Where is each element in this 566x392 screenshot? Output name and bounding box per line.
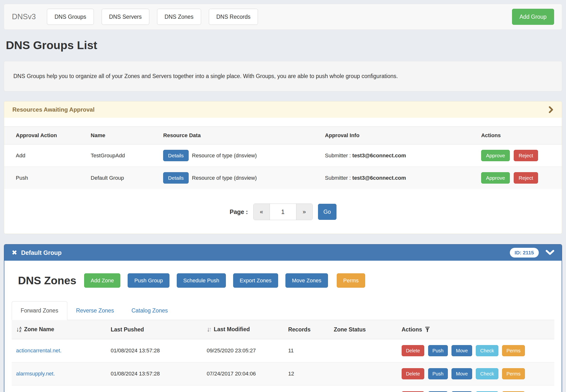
export-zones-button[interactable]: Export Zones bbox=[233, 273, 278, 288]
col-name: Name bbox=[88, 127, 160, 144]
perms-button[interactable]: Perms bbox=[337, 273, 365, 288]
zone-status-value bbox=[331, 385, 399, 392]
submitter-label: Submitter : bbox=[325, 175, 351, 181]
page-number-input[interactable] bbox=[270, 204, 296, 220]
push-button[interactable]: Push bbox=[428, 368, 448, 379]
col-zone-actions: Actions bbox=[402, 326, 422, 333]
col-last-pushed[interactable]: Last Pushed bbox=[108, 320, 204, 339]
col-last-modified[interactable]: Last Modified bbox=[214, 326, 250, 333]
approve-button[interactable]: Approve bbox=[481, 150, 510, 161]
approval-row: Push Default Group Details Resource of t… bbox=[4, 167, 562, 189]
group-panel-header[interactable]: ✖ Default Group ID: 2115 bbox=[4, 245, 562, 261]
reject-button[interactable]: Reject bbox=[514, 150, 538, 161]
filter-icon[interactable] bbox=[425, 327, 430, 332]
prev-page-button[interactable]: « bbox=[254, 204, 270, 220]
page-description: DNS Groups help you to organize all of y… bbox=[4, 61, 562, 91]
default-group-panel: ✖ Default Group ID: 2115 DNS Zones Add Z… bbox=[4, 244, 562, 392]
sort-alpha-icon[interactable]: ↓ AZ bbox=[16, 326, 22, 333]
group-panel-body: DNS Zones Add Zone Push Group Schedule P… bbox=[4, 273, 562, 392]
records-value: 12 bbox=[286, 362, 331, 385]
dns-zones-toolbar: DNS Zones Add Zone Push Group Schedule P… bbox=[12, 273, 554, 288]
approval-action-value: Push bbox=[4, 167, 88, 189]
last-modified-value: 07/24/2017 20:04:06 bbox=[204, 362, 286, 385]
approval-name-value: Default Group bbox=[88, 167, 160, 189]
move-zones-button[interactable]: Move Zones bbox=[285, 273, 328, 288]
zones-table: ↓ AZ Zone Name Last Pushed ↓↑ bbox=[12, 320, 554, 392]
approval-table: Approval Action Name Resource Data Appro… bbox=[4, 126, 562, 189]
delete-button[interactable]: Delete bbox=[402, 345, 425, 356]
app-brand: DNSv3 bbox=[12, 12, 36, 21]
delete-button[interactable]: Delete bbox=[402, 368, 425, 379]
page-title: DNS Groups List bbox=[6, 38, 566, 52]
details-button[interactable]: Details bbox=[163, 150, 188, 161]
zone-row: alarmsupply.net. 01/08/2024 13:57:28 07/… bbox=[12, 362, 554, 385]
col-records[interactable]: Records bbox=[286, 320, 331, 339]
last-pushed-value: 01/08/2024 13:57:28 bbox=[108, 339, 204, 362]
move-button[interactable]: Move bbox=[452, 368, 472, 379]
col-approval-info: Approval Info bbox=[322, 127, 478, 144]
next-page-button[interactable]: » bbox=[296, 204, 312, 220]
tab-forward-zones[interactable]: Forward Zones bbox=[12, 301, 67, 320]
approval-name-value: TestGroupAdd bbox=[88, 144, 160, 167]
submitter-email: test3@6connect.com bbox=[352, 153, 406, 159]
push-button[interactable]: Push bbox=[428, 345, 448, 356]
add-group-button[interactable]: Add Group bbox=[512, 9, 554, 25]
col-actions: Actions bbox=[478, 127, 562, 144]
nav-dns-records-button[interactable]: DNS Records bbox=[209, 9, 258, 25]
col-zone-status[interactable]: Zone Status bbox=[331, 320, 399, 339]
group-title: Default Group bbox=[21, 249, 510, 256]
approval-action-value: Add bbox=[4, 144, 88, 167]
submitter-label: Submitter : bbox=[325, 153, 351, 159]
sort-updown-icon[interactable]: ↓↑ bbox=[207, 326, 212, 333]
zone-name-link[interactable]: actioncarrental.net. bbox=[16, 348, 62, 354]
tab-catalog-zones[interactable]: Catalog Zones bbox=[123, 302, 177, 320]
submitter-email: test3@6connect.com bbox=[352, 175, 406, 181]
go-button[interactable]: Go bbox=[318, 204, 336, 220]
last-modified-value: 01/03/2024 19:10:17 bbox=[204, 385, 286, 392]
chevron-down-icon[interactable] bbox=[546, 250, 554, 256]
group-id-badge: ID: 2115 bbox=[510, 248, 539, 257]
col-approval-action: Approval Action bbox=[4, 127, 88, 144]
close-icon[interactable]: ✖ bbox=[12, 249, 17, 257]
perms-row-button[interactable]: Perms bbox=[502, 345, 525, 356]
approval-panel-header[interactable]: Resources Awaiting Approval bbox=[4, 101, 562, 118]
last-pushed-value: 01/08/2024 13:57:35 bbox=[108, 385, 204, 392]
push-group-button[interactable]: Push Group bbox=[128, 273, 169, 288]
reject-button[interactable]: Reject bbox=[514, 172, 538, 184]
schedule-push-button[interactable]: Schedule Push bbox=[177, 273, 226, 288]
approval-row: Add TestGroupAdd Details Resource of typ… bbox=[4, 144, 562, 167]
resource-data-text: Resource of type (dnsview) bbox=[192, 175, 257, 181]
check-button[interactable]: Check bbox=[476, 368, 498, 379]
page-label: Page : bbox=[230, 208, 248, 215]
resources-awaiting-approval-panel: Resources Awaiting Approval Approval Act… bbox=[4, 101, 562, 234]
zone-status-value bbox=[331, 362, 399, 385]
nav-dns-servers-button[interactable]: DNS Servers bbox=[102, 9, 149, 25]
top-navbar: DNSv3 DNS Groups DNS Servers DNS Zones D… bbox=[4, 4, 562, 30]
chevron-right-icon[interactable] bbox=[548, 106, 554, 113]
zones-table-header-row: ↓ AZ Zone Name Last Pushed ↓↑ bbox=[12, 320, 554, 339]
records-value: 11 bbox=[286, 339, 331, 362]
dns-zones-title: DNS Zones bbox=[18, 274, 76, 287]
move-button[interactable]: Move bbox=[452, 345, 472, 356]
zone-status-value bbox=[331, 339, 399, 362]
zone-row: allvalleyas.com. 01/08/2024 13:57:35 01/… bbox=[12, 385, 554, 392]
perms-row-button[interactable]: Perms bbox=[502, 368, 525, 379]
col-resource-data: Resource Data bbox=[160, 127, 322, 144]
details-button[interactable]: Details bbox=[163, 172, 188, 184]
nav-dns-groups-button[interactable]: DNS Groups bbox=[47, 9, 94, 25]
approve-button[interactable]: Approve bbox=[481, 172, 510, 184]
zone-name-link[interactable]: alarmsupply.net. bbox=[16, 371, 55, 377]
zones-tabs: Forward Zones Reverse Zones Catalog Zone… bbox=[12, 301, 554, 320]
records-value: 9 bbox=[286, 385, 331, 392]
nav-dns-zones-button[interactable]: DNS Zones bbox=[157, 9, 201, 25]
approval-table-header-row: Approval Action Name Resource Data Appro… bbox=[4, 127, 562, 144]
add-zone-button[interactable]: Add Zone bbox=[84, 273, 120, 288]
check-button[interactable]: Check bbox=[476, 345, 498, 356]
tab-reverse-zones[interactable]: Reverse Zones bbox=[67, 302, 123, 320]
col-zone-name[interactable]: Zone Name bbox=[24, 326, 54, 333]
approval-pagination: Page : « » Go bbox=[4, 204, 562, 220]
approval-panel-title: Resources Awaiting Approval bbox=[12, 106, 548, 113]
last-modified-value: 09/25/2020 23:05:27 bbox=[204, 339, 286, 362]
page: DNSv3 DNS Groups DNS Servers DNS Zones D… bbox=[0, 0, 566, 392]
resource-data-text: Resource of type (dnsview) bbox=[192, 153, 257, 159]
